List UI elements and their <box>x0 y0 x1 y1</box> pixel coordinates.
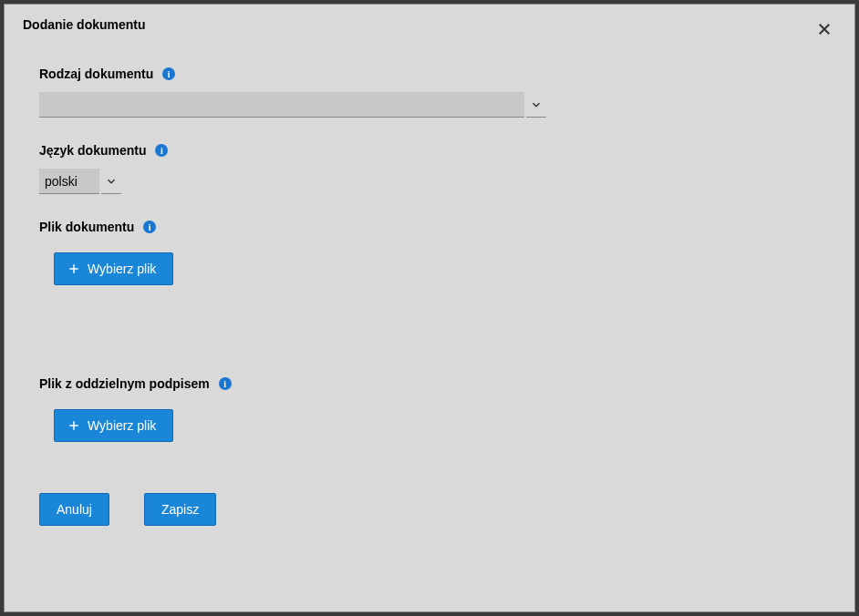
info-icon[interactable]: i <box>143 221 156 233</box>
choose-file-label: Wybierz plik <box>88 418 156 433</box>
choose-document-file-button[interactable]: Wybierz plik <box>54 252 173 285</box>
choose-signature-file-button[interactable]: Wybierz plik <box>54 409 173 442</box>
modal-body: Rodzaj dokumentu i Język dokumentu i <box>5 48 854 544</box>
info-icon[interactable]: i <box>162 67 175 80</box>
chevron-down-icon <box>530 98 543 111</box>
plus-icon <box>67 419 80 432</box>
document-type-label: Rodzaj dokumentu <box>39 67 153 81</box>
save-button[interactable]: Zapisz <box>144 493 216 526</box>
signature-file-group: Plik z oddzielnym podpisem i Wybierz pli… <box>39 376 836 442</box>
document-language-label: Język dokumentu <box>39 143 146 158</box>
action-row: Anuluj Zapisz <box>39 493 836 526</box>
info-icon[interactable]: i <box>155 144 168 157</box>
label-row: Rodzaj dokumentu i <box>39 67 836 81</box>
chevron-down-icon <box>105 175 118 188</box>
modal-title: Dodanie dokumentu <box>23 17 146 32</box>
close-button[interactable] <box>812 17 836 41</box>
document-type-group: Rodzaj dokumentu i <box>39 67 836 118</box>
add-document-modal: Dodanie dokumentu Rodzaj dokumentu i <box>4 4 855 612</box>
choose-file-label: Wybierz plik <box>88 262 156 276</box>
document-type-select[interactable] <box>39 92 546 118</box>
info-icon[interactable]: i <box>219 377 232 390</box>
signature-file-label: Plik z oddzielnym podpisem <box>39 376 210 391</box>
label-row: Plik dokumentu i <box>39 220 836 234</box>
document-language-dropdown-button[interactable] <box>101 169 121 194</box>
label-row: Plik z oddzielnym podpisem i <box>39 376 836 391</box>
document-type-input[interactable] <box>39 92 524 118</box>
plus-icon <box>67 262 80 275</box>
document-type-dropdown-button[interactable] <box>526 92 546 118</box>
label-row: Język dokumentu i <box>39 143 836 158</box>
document-file-label: Plik dokumentu <box>39 220 134 234</box>
document-language-input[interactable] <box>39 169 99 194</box>
cancel-button[interactable]: Anuluj <box>39 493 109 526</box>
document-file-group: Plik dokumentu i Wybierz plik <box>39 220 836 285</box>
close-icon <box>816 21 833 37</box>
document-language-group: Język dokumentu i <box>39 143 836 194</box>
modal-header: Dodanie dokumentu <box>5 5 854 48</box>
document-language-select[interactable] <box>39 169 127 194</box>
